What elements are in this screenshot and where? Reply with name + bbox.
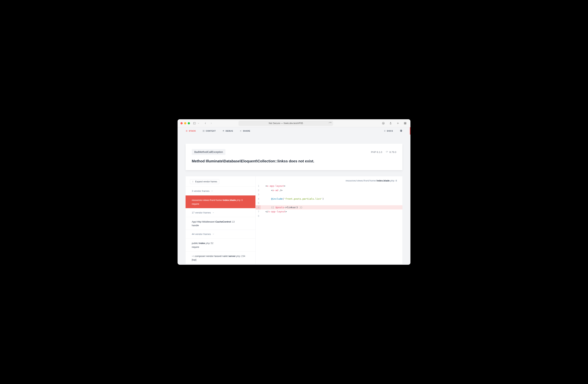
expand-vendor-button[interactable]: Expand vendor frames [190,179,219,184]
code-line: 7</x-app-layout> [256,209,402,214]
reload-icon[interactable] [328,122,332,125]
nav-context[interactable]: CONTEXT [203,130,216,132]
stack-frame[interactable]: App\Http\Middleware\CacheControl:13handl… [186,217,255,230]
code-line: 6 {{ $posts->linkss() }} [256,205,402,210]
gear-icon [399,129,402,132]
code-line: 1<x-app-layout> [256,184,402,188]
expand-icon [192,181,194,183]
url-bar[interactable]: Not Secure — freek.dev.test/#F65 [238,121,333,126]
svg-rect-0 [193,122,196,124]
share-icon[interactable] [388,121,393,126]
share-arrow-icon [240,130,242,132]
vendor-frames-group[interactable]: 3 vendor frames [186,186,255,195]
vendor-frames-group[interactable]: 17 vendor frames [186,208,255,217]
svg-line-18 [223,130,223,131]
window-minimize-button[interactable] [184,122,186,124]
window-maximize-button[interactable] [188,122,190,124]
nav-debug[interactable]: DEBUG [222,130,233,132]
context-icon [203,130,205,132]
safari-window: Not Secure — freek.dev.test/#F65 STACK [178,119,410,265]
chevron-down-icon [212,233,214,235]
svg-marker-20 [386,151,387,152]
stack-icon [186,130,188,132]
browser-chrome: Not Secure — freek.dev.test/#F65 [178,119,410,127]
svg-point-14 [223,131,224,131]
nav-back-button[interactable] [203,121,208,126]
nav-label: SHARE [243,130,250,132]
laravel-icon [386,151,388,153]
code-file-path: resources/views/front/home/index.blade.p… [256,176,402,184]
window-close-button[interactable] [180,122,183,124]
code-column: resources/views/front/home/index.blade.p… [256,176,402,264]
exception-class-badge: BadMethodCallException [192,149,225,155]
settings-button[interactable] [399,129,402,133]
nav-label: DOCS [387,130,393,132]
traffic-lights [180,122,190,124]
chevron-down-icon [211,190,213,192]
page-nav: STACK CONTEXT DEBUG SHARE DOCS [178,127,410,135]
vendor-frames-group[interactable]: 44 vendor frames [186,230,255,238]
chevron-down-icon[interactable] [197,121,200,126]
nav-label: DEBUG [226,130,233,132]
svg-rect-10 [405,123,406,124]
svg-rect-8 [405,122,406,123]
sidebar-toggle-button[interactable] [192,121,197,126]
code-viewer: 1<x-app-layout>2 <x-ad />34 @include('fr… [256,184,402,218]
content-scroll[interactable]: BadMethodCallException PHP 8.1.0 8.79.0 … [178,135,410,265]
flame-icon [384,130,386,132]
stack-frame[interactable]: public/index.php:52require [186,238,255,251]
stack-frames-column: Expand vendor frames 3 vendor framesreso… [186,176,256,264]
svg-line-19 [224,130,224,131]
svg-marker-21 [387,151,388,152]
code-line: 8 [256,214,402,218]
nav-docs[interactable]: DOCS [384,130,393,132]
downloads-icon[interactable] [381,121,386,126]
exception-card: BadMethodCallException PHP 8.1.0 8.79.0 … [186,144,402,170]
bug-icon [222,130,225,132]
runtime-meta: PHP 8.1.0 8.79.0 [371,151,396,153]
stack-panel: Expand vendor frames 3 vendor framesreso… [186,176,402,264]
laravel-version: 8.79.0 [386,151,396,153]
stack-frame[interactable]: ~/.composer/vendor/laravel/valet/server.… [186,251,255,264]
svg-rect-9 [404,123,405,124]
code-line: 5 [256,201,402,205]
svg-rect-7 [404,122,405,123]
php-version: PHP 8.1.0 [371,151,382,153]
new-tab-icon[interactable] [396,121,400,126]
nav-label: CONTEXT [206,130,216,132]
code-line: 4 @include('front.posts.partials.list') [256,197,402,201]
nav-forward-button[interactable] [209,121,214,126]
exception-message: Method Illuminate\Database\Eloquent\Coll… [192,159,396,164]
nav-label: STACK [189,130,196,132]
stack-frame[interactable]: resources/views/front/home/index.blade.p… [186,195,255,208]
nav-stack[interactable]: STACK [186,130,196,132]
tab-overview-icon[interactable] [403,121,408,126]
chevron-down-icon [212,212,214,214]
url-text: Not Secure — freek.dev.test/#F65 [269,122,303,124]
code-line: 3 [256,192,402,197]
nav-share[interactable]: SHARE [240,130,250,132]
code-line: 2 <x-ad /> [256,188,402,193]
